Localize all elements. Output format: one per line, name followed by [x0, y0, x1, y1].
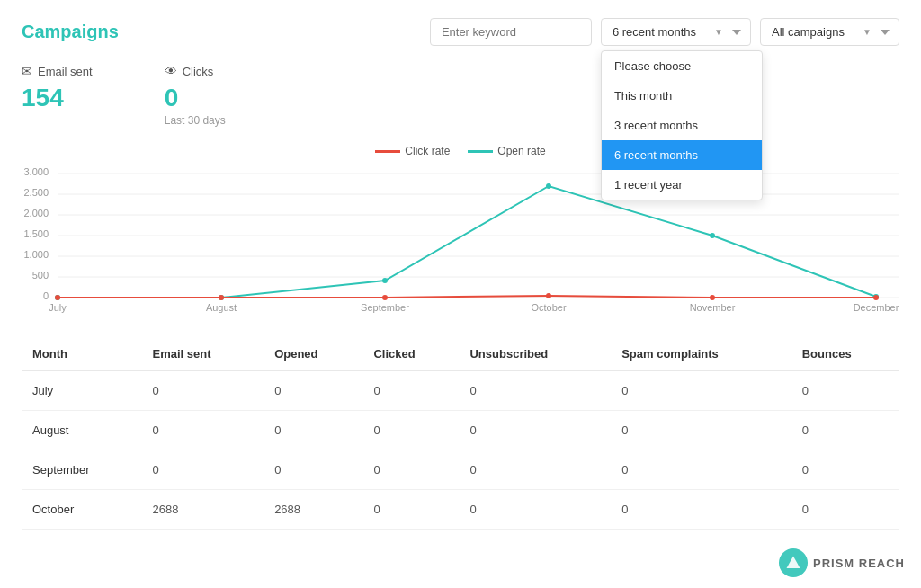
- data-table: Month Email sent Opened Clicked Unsubscr…: [22, 338, 899, 530]
- col-email-sent: Email sent: [141, 338, 264, 370]
- chart-container: Click rate Open rate 3.000 2.500 2.000 1…: [22, 145, 899, 320]
- svg-point-22: [382, 295, 388, 300]
- table-row: August000000: [22, 411, 899, 450]
- brand-watermark: PRISM REACH: [779, 548, 905, 577]
- legend-open-rate: Open rate: [468, 145, 545, 157]
- svg-text:August: August: [206, 302, 237, 313]
- svg-text:1.000: 1.000: [23, 249, 49, 260]
- email-sent-stat: ✉ Email sent 154: [22, 64, 93, 127]
- dropdown-item-please-choose[interactable]: Please choose: [602, 51, 762, 81]
- cell-month: October: [22, 490, 141, 530]
- svg-point-25: [873, 295, 879, 300]
- svg-text:November: November: [690, 302, 736, 313]
- svg-text:2.000: 2.000: [23, 208, 49, 218]
- cell-month: July: [22, 370, 141, 411]
- dropdown-item-1-year[interactable]: 1 recent year: [602, 170, 762, 200]
- brand-name: PRISM REACH: [813, 557, 905, 570]
- prism-icon: [785, 555, 801, 571]
- col-month: Month: [22, 338, 141, 370]
- svg-point-16: [382, 278, 388, 283]
- svg-point-23: [546, 293, 551, 298]
- col-clicked: Clicked: [362, 338, 459, 370]
- brand-logo: [779, 548, 808, 577]
- cell-email_sent: 0: [141, 370, 264, 411]
- cell-clicked: 0: [362, 450, 459, 490]
- cell-spam: 0: [611, 490, 791, 530]
- svg-point-20: [55, 295, 60, 300]
- email-icon: ✉: [22, 64, 32, 78]
- svg-text:2.500: 2.500: [23, 187, 49, 198]
- svg-marker-32: [786, 557, 800, 569]
- col-opened: Opened: [264, 338, 362, 370]
- cell-opened: 0: [264, 450, 362, 490]
- svg-point-24: [710, 295, 715, 300]
- open-rate-color: [468, 150, 493, 153]
- cell-email_sent: 0: [141, 411, 264, 450]
- cell-unsubscribed: 0: [459, 490, 611, 530]
- cell-bounces: 0: [791, 450, 899, 490]
- period-select-wrapper: 6 recent months ▼ Please choose This mon…: [601, 18, 751, 46]
- cell-clicked: 0: [362, 411, 459, 450]
- campaign-select[interactable]: All campaigns ▼: [760, 18, 899, 46]
- table-row: July000000: [22, 370, 899, 411]
- dropdown-item-6-months[interactable]: 6 recent months: [602, 140, 762, 170]
- chart-legend: Click rate Open rate: [22, 145, 899, 157]
- clicks-icon: 👁: [165, 64, 177, 78]
- period-select[interactable]: 6 recent months ▼: [601, 18, 751, 46]
- cell-unsubscribed: 0: [459, 411, 611, 450]
- cell-month: August: [22, 411, 141, 450]
- table-header-row: Month Email sent Opened Clicked Unsubscr…: [22, 338, 899, 370]
- dropdown-item-this-month[interactable]: This month: [602, 81, 762, 111]
- svg-text:December: December: [854, 302, 899, 313]
- svg-text:September: September: [361, 302, 409, 313]
- col-bounces: Bounces: [791, 338, 899, 370]
- cell-clicked: 0: [362, 370, 459, 411]
- col-spam: Spam complaints: [611, 338, 791, 370]
- chart-svg: 3.000 2.500 2.000 1.500 1.000 500 0: [22, 165, 899, 320]
- cell-month: September: [22, 450, 141, 490]
- cell-spam: 0: [611, 450, 791, 490]
- dropdown-item-3-months[interactable]: 3 recent months: [602, 111, 762, 140]
- svg-text:July: July: [49, 302, 67, 313]
- svg-text:1.500: 1.500: [23, 228, 49, 239]
- search-input[interactable]: [430, 18, 592, 46]
- svg-point-18: [710, 233, 715, 238]
- cell-spam: 0: [611, 370, 791, 411]
- cell-clicked: 0: [362, 490, 459, 530]
- cell-opened: 0: [264, 411, 362, 450]
- table-row: October268826880000: [22, 490, 899, 530]
- clicks-sub: Last 30 days: [165, 114, 226, 127]
- page-title: Campaigns: [22, 22, 119, 42]
- clicks-stat: 👁 Clicks 0 Last 30 days: [165, 64, 226, 127]
- email-sent-value: 154: [22, 84, 93, 112]
- table-row: September000000: [22, 450, 899, 490]
- cell-bounces: 0: [791, 411, 899, 450]
- legend-click-rate: Click rate: [375, 145, 450, 157]
- svg-point-21: [219, 295, 224, 300]
- svg-text:October: October: [531, 302, 566, 313]
- cell-unsubscribed: 0: [459, 370, 611, 411]
- cell-bounces: 0: [791, 490, 899, 530]
- click-rate-color: [375, 150, 400, 153]
- svg-text:0: 0: [43, 290, 49, 301]
- cell-spam: 0: [611, 411, 791, 450]
- cell-opened: 0: [264, 370, 362, 411]
- cell-bounces: 0: [791, 370, 899, 411]
- svg-point-17: [546, 183, 551, 189]
- clicks-value: 0: [165, 84, 226, 112]
- col-unsubscribed: Unsubscribed: [459, 338, 611, 370]
- period-dropdown: Please choose This month 3 recent months…: [601, 50, 763, 200]
- cell-email_sent: 0: [141, 450, 264, 490]
- svg-text:3.000: 3.000: [23, 166, 49, 177]
- cell-opened: 2688: [264, 490, 362, 530]
- cell-email_sent: 2688: [141, 490, 264, 530]
- svg-text:500: 500: [32, 270, 49, 281]
- cell-unsubscribed: 0: [459, 450, 611, 490]
